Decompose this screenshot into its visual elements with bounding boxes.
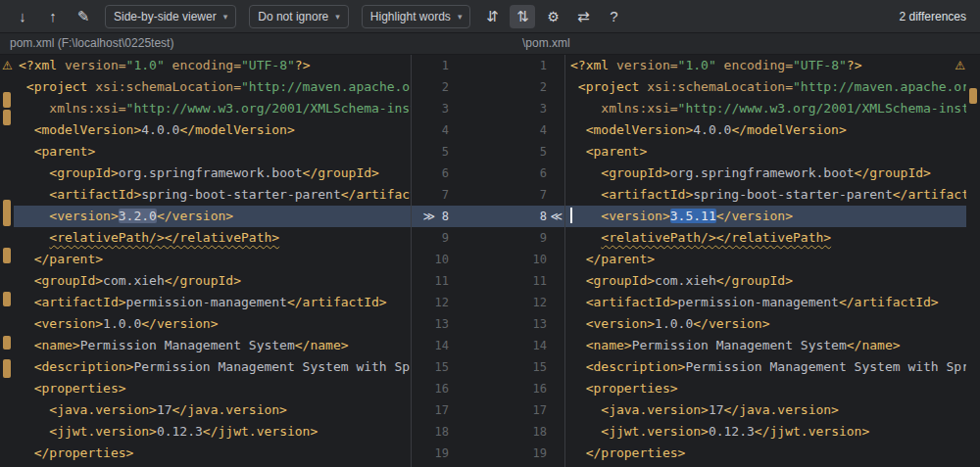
right-code-line-4[interactable]: <modelVersion>4.0.0</modelVersion>	[565, 119, 966, 141]
right-code-line-13[interactable]: <version>1.0.0</version>	[565, 313, 966, 335]
right-code-line-3[interactable]: xmlns:xsi="http://www.w3.org/2001/XMLSch…	[565, 98, 966, 119]
left-code-line-6[interactable]: <groupId>org.springframework.boot</group…	[14, 163, 411, 184]
left-line-number-2: 2	[412, 76, 459, 98]
left-code-line-15[interactable]: <description>Permission Management Syste…	[14, 356, 411, 378]
whitespace-policy-label: Do not ignore	[258, 10, 328, 23]
left-line-number-5: 5	[412, 141, 459, 163]
left-code-line-10[interactable]: </parent>	[14, 249, 411, 270]
right-code-line-12[interactable]: <artifactId>permission-management</artif…	[565, 292, 966, 313]
left-error-stripe[interactable]	[0, 55, 14, 467]
previous-difference-icon[interactable]: ↑	[40, 5, 66, 28]
change-marker[interactable]	[3, 92, 11, 108]
change-marker[interactable]	[969, 88, 977, 104]
left-line-number-13: 13	[412, 313, 459, 335]
viewer-mode-label: Side-by-side viewer	[114, 10, 217, 23]
right-file-path: \pom.xml	[522, 36, 570, 50]
left-code-line-7[interactable]: <artifactId>spring-boot-starter-parent</…	[14, 184, 411, 206]
change-marker[interactable]	[3, 359, 11, 378]
diff-chevron-icon[interactable]: ≫	[422, 206, 435, 227]
diff-chevron-icon[interactable]: ≪	[550, 206, 563, 227]
right-line-number-7: 7	[519, 184, 564, 206]
left-warning-icon[interactable]: ⚠	[2, 56, 13, 75]
right-code-pane[interactable]: <?xml version="1.0" encoding="UTF-8"?> <…	[564, 55, 966, 467]
left-line-number-15: 15	[412, 356, 459, 378]
left-code-line-18[interactable]: <jjwt.version>0.12.3</jjwt.version>	[14, 421, 411, 443]
left-line-number-6: 6	[412, 163, 459, 184]
next-difference-icon[interactable]: ↓	[10, 5, 35, 28]
right-code-line-9[interactable]: <relativePath/></relativePath>	[565, 227, 966, 249]
left-code-line-3[interactable]: xmlns:xsi="http://www.w3.org/2001/XMLSch…	[14, 98, 411, 119]
diff-editor: <?xml version="1.0" encoding="UTF-8"?> <…	[0, 55, 980, 467]
right-code-line-2[interactable]: <project xsi:schemaLocation="http://mave…	[565, 76, 966, 98]
right-line-number-8: 8≪	[519, 206, 564, 227]
left-code-line-8[interactable]: <version>3.2.0</version>	[14, 206, 411, 227]
right-line-number-14: 14	[519, 335, 564, 356]
right-code-line-18[interactable]: <jjwt.version>0.12.3</jjwt.version>	[565, 421, 966, 443]
left-code-line-17[interactable]: <java.version>17</java.version>	[14, 399, 411, 421]
right-warning-icon[interactable]: ⚠	[955, 56, 965, 75]
right-line-number-11: 11	[519, 270, 564, 292]
right-gutter: 12345678≪910111213141516171819	[519, 55, 564, 467]
left-code-pane[interactable]: <?xml version="1.0" encoding="UTF-8"?> <…	[14, 55, 412, 467]
left-line-number-18: 18	[412, 421, 459, 443]
right-code-line-5[interactable]: <parent>	[565, 141, 966, 163]
right-code-line-11[interactable]: <groupId>com.xieh</groupId>	[565, 270, 966, 292]
left-line-number-16: 16	[412, 378, 459, 399]
highlight-mode-dropdown[interactable]: Highlight words ▾	[362, 5, 471, 28]
left-code-line-4[interactable]: <modelVersion>4.0.0</modelVersion>	[14, 119, 411, 141]
change-marker[interactable]	[3, 248, 11, 263]
right-code-line-8[interactable]: <version>3.5.11</version>	[565, 206, 966, 227]
right-line-number-5: 5	[519, 141, 564, 163]
left-code-line-12[interactable]: <artifactId>permission-management</artif…	[14, 292, 411, 313]
left-code-line-13[interactable]: <version>1.0.0</version>	[14, 313, 411, 335]
chevron-down-icon: ▾	[335, 12, 340, 22]
right-line-number-6: 6	[519, 163, 564, 184]
right-code-line-10[interactable]: </parent>	[565, 249, 966, 270]
whitespace-policy-dropdown[interactable]: Do not ignore ▾	[249, 5, 349, 28]
left-code-line-1[interactable]: <?xml version="1.0" encoding="UTF-8"?>	[14, 55, 411, 76]
right-code-line-7[interactable]: <artifactId>spring-boot-starter-parent</…	[565, 184, 966, 206]
right-code-line-6[interactable]: <groupId>org.springframework.boot</group…	[565, 163, 966, 184]
right-line-number-10: 10	[519, 249, 564, 270]
swap-sides-icon[interactable]: ⇄	[570, 5, 596, 28]
change-marker[interactable]	[3, 110, 11, 125]
left-gutter: 12345678≫910111213141516171819	[412, 55, 459, 467]
left-line-number-1: 1	[412, 55, 459, 76]
change-marker[interactable]	[3, 336, 11, 350]
right-code-line-15[interactable]: <description>Permission Management Syste…	[565, 356, 966, 378]
diff-divider	[459, 55, 519, 467]
left-line-number-4: 4	[412, 119, 459, 141]
change-marker[interactable]	[3, 200, 11, 226]
sync-scrolling-icon[interactable]: ⇅	[510, 5, 535, 28]
edit-source-icon[interactable]: ✎	[71, 5, 96, 28]
left-line-number-9: 9	[412, 227, 459, 249]
right-code-line-14[interactable]: <name>Permission Management System</name…	[565, 335, 966, 356]
right-code-line-19[interactable]: </properties>	[565, 443, 966, 464]
left-file-path: pom.xml (F:\localhost\0225test)	[10, 36, 173, 50]
left-code-line-19[interactable]: </properties>	[14, 443, 411, 464]
right-line-number-12: 12	[519, 292, 564, 313]
left-code-line-2[interactable]: <project xsi:schemaLocation="http://mave…	[14, 76, 411, 98]
right-code-line-1[interactable]: <?xml version="1.0" encoding="UTF-8"?>	[565, 55, 966, 76]
chevron-down-icon: ▾	[223, 12, 228, 22]
left-code-line-14[interactable]: <name>Permission Management System</name…	[14, 335, 411, 356]
right-line-number-15: 15	[519, 356, 564, 378]
left-line-number-10: 10	[412, 249, 459, 270]
change-marker[interactable]	[3, 292, 11, 306]
settings-gear-icon[interactable]: ⚙	[540, 5, 565, 28]
right-line-number-2: 2	[519, 76, 564, 98]
left-code-line-11[interactable]: <groupId>com.xieh</groupId>	[14, 270, 411, 292]
left-code-line-5[interactable]: <parent>	[14, 141, 411, 163]
right-error-stripe[interactable]	[966, 55, 980, 467]
left-line-number-3: 3	[412, 98, 459, 119]
right-code-line-16[interactable]: <properties>	[565, 378, 966, 399]
diff-toolbar: ↓ ↑ ✎ Side-by-side viewer ▾ Do not ignor…	[0, 0, 980, 33]
right-line-number-18: 18	[519, 421, 564, 443]
file-path-row: pom.xml (F:\localhost\0225test) \pom.xml	[0, 33, 980, 55]
right-code-line-17[interactable]: <java.version>17</java.version>	[565, 399, 966, 421]
viewer-mode-dropdown[interactable]: Side-by-side viewer ▾	[105, 5, 236, 28]
collapse-unchanged-icon[interactable]: ⇵	[479, 5, 505, 28]
left-code-line-16[interactable]: <properties>	[14, 378, 411, 399]
help-icon[interactable]: ?	[601, 5, 626, 28]
left-code-line-9[interactable]: <relativePath/></relativePath>	[14, 227, 411, 249]
